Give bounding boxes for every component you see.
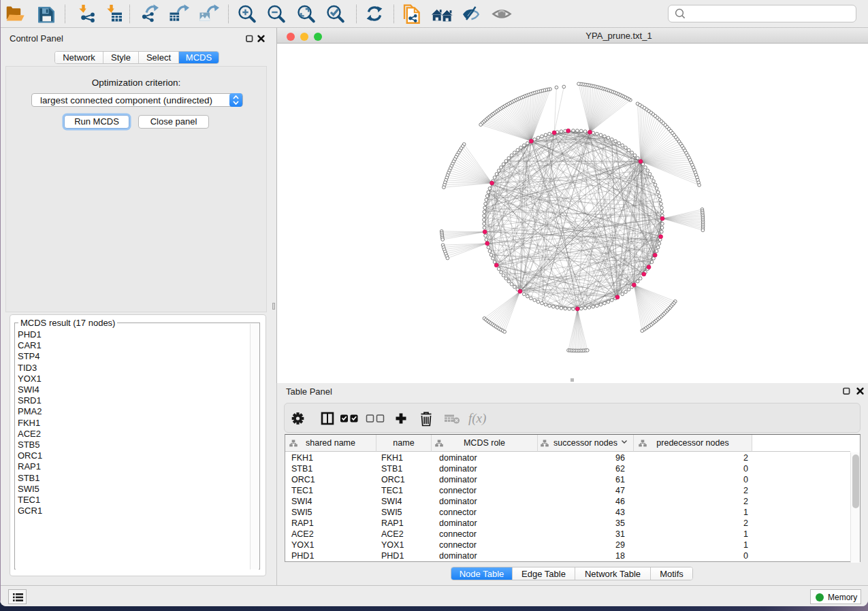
- svg-text:f(x): f(x): [468, 411, 486, 426]
